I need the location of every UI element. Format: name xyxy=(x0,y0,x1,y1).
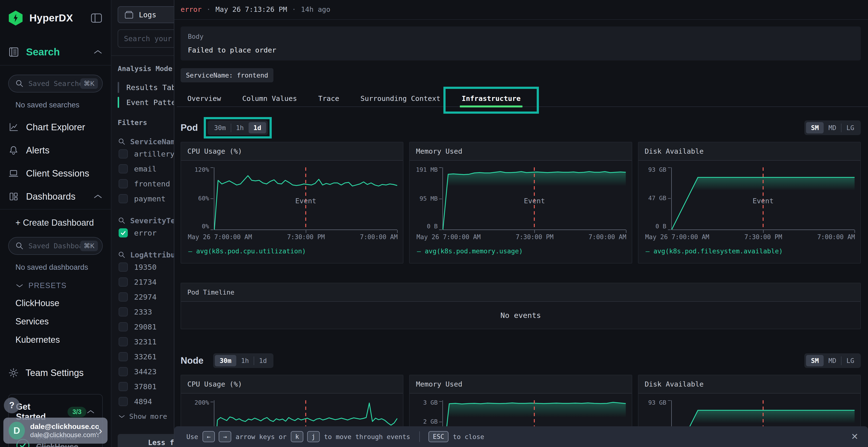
checkbox[interactable] xyxy=(119,397,128,406)
range-30m-button[interactable]: 30m xyxy=(215,355,236,366)
y-axis-label: 191 MB xyxy=(415,166,438,173)
tab-infrastructure[interactable]: Infrastructure xyxy=(451,91,531,106)
legend-swatch: — xyxy=(646,247,650,255)
key-esc: ESC xyxy=(429,431,448,442)
saved-searches-input[interactable] xyxy=(28,79,80,88)
checkbox[interactable] xyxy=(119,179,128,188)
y-axis-label: 93 GB xyxy=(644,166,666,173)
y-axis-label: 0 B xyxy=(415,223,438,230)
tab-label: Surrounding Context xyxy=(361,94,440,103)
size-md-button[interactable]: MD xyxy=(824,122,841,133)
size-sm-button[interactable]: SM xyxy=(806,355,824,366)
get-started-progress-badge: 3/3 xyxy=(67,407,86,417)
size-sm-button[interactable]: SM xyxy=(806,122,824,133)
collapse-sidebar-button[interactable] xyxy=(90,13,103,23)
event-body-card: Body Failed to place order xyxy=(181,27,861,61)
user-email: dale@clickhouse.com xyxy=(30,422,99,431)
event-header: error · May 26 7:13:26 PM · 14h ago xyxy=(174,5,868,20)
tab-surrounding-context[interactable]: Surrounding Context xyxy=(350,91,451,106)
no-saved-searches-text: No saved searches xyxy=(16,101,103,109)
checkbox[interactable] xyxy=(119,293,128,302)
size-lg-button[interactable]: LG xyxy=(841,355,859,366)
node-section-header: Node 30m 1h 1d SM MD LG xyxy=(181,353,861,368)
key-arrow-left: ← xyxy=(203,431,215,442)
hint-text: to move through events xyxy=(324,433,410,441)
tab-overview[interactable]: Overview xyxy=(177,91,232,106)
show-more-label: Show more xyxy=(129,412,167,420)
filter-option-label: 21734 xyxy=(134,278,156,286)
node-time-range-control: 30m 1h 1d xyxy=(213,353,273,368)
search-icon xyxy=(15,241,24,250)
checkbox-checked[interactable] xyxy=(119,228,128,238)
preset-services[interactable]: Services xyxy=(16,316,103,326)
presets-toggle[interactable]: PRESETS xyxy=(16,281,103,290)
x-axis-label: 7:30:00 PM xyxy=(287,233,325,241)
range-1h-button[interactable]: 1h xyxy=(236,355,254,366)
create-dashboard-button[interactable]: + Create Dashboard xyxy=(16,218,103,228)
user-menu[interactable]: D dale@clickhouse.com dale@clickhouse.co… xyxy=(3,418,107,444)
x-axis-tick xyxy=(626,230,626,233)
sidebar-item-alerts[interactable]: Alerts xyxy=(8,145,103,156)
active-tab-underline xyxy=(460,105,523,107)
saved-searches-search[interactable]: ⌘K xyxy=(8,75,103,93)
chevron-up-icon xyxy=(93,49,103,55)
y-axis-tick xyxy=(668,167,671,168)
event-age: 14h ago xyxy=(301,5,330,13)
checkbox[interactable] xyxy=(119,263,128,272)
x-axis-label: May 26 7:00:00 AM xyxy=(645,233,709,241)
checkbox[interactable] xyxy=(119,277,128,286)
preset-clickhouse[interactable]: ClickHouse xyxy=(16,298,103,308)
y-axis-tick xyxy=(211,199,213,199)
y-axis-tick xyxy=(668,400,671,401)
search-icon[interactable] xyxy=(118,251,126,259)
sidebar-item-label: Search xyxy=(26,46,60,58)
tab-column-values[interactable]: Column Values xyxy=(232,91,308,106)
filter-option-label: 19350 xyxy=(134,263,156,271)
saved-dashboards-input[interactable] xyxy=(28,242,80,250)
service-name-chip[interactable]: ServiceName: frontend xyxy=(181,68,273,82)
chevron-up-icon[interactable] xyxy=(86,409,95,415)
sidebar-item-search[interactable]: Search xyxy=(8,46,103,58)
sidebar-item-chart-explorer[interactable]: Chart Explorer xyxy=(8,122,103,133)
pod-timeline-empty: No events xyxy=(181,302,860,329)
help-button[interactable]: ? xyxy=(4,398,20,413)
search-icon xyxy=(15,79,24,88)
shortcut-badge: ⌘K xyxy=(80,78,98,89)
checkbox[interactable] xyxy=(119,367,128,376)
sidebar-item-client-sessions[interactable]: Client Sessions xyxy=(8,168,103,179)
range-1d-button[interactable]: 1d xyxy=(254,355,272,366)
range-1d-button[interactable]: 1d xyxy=(249,122,266,133)
checkbox[interactable] xyxy=(119,164,128,173)
search-icon[interactable] xyxy=(118,138,126,146)
sidebar-item-team-settings[interactable]: Team Settings xyxy=(8,368,103,378)
sidebar-item-dashboards[interactable]: Dashboards xyxy=(8,191,103,202)
saved-dashboards-search[interactable]: ⌘K xyxy=(8,237,103,255)
preset-kubernetes[interactable]: Kubernetes xyxy=(16,335,103,345)
checkbox[interactable] xyxy=(119,194,128,203)
key-k: k xyxy=(291,431,303,442)
panel-collapse-icon xyxy=(90,13,103,23)
y-axis-tick xyxy=(439,230,442,230)
x-axis-label: May 26 7:00:00 AM xyxy=(416,233,480,241)
close-icon[interactable]: ✕ xyxy=(851,432,858,442)
hint-text: to close xyxy=(453,433,484,441)
range-30m-button[interactable]: 30m xyxy=(209,122,231,133)
tab-trace[interactable]: Trace xyxy=(308,91,350,106)
size-md-button[interactable]: MD xyxy=(824,355,841,366)
checkbox[interactable] xyxy=(119,322,128,332)
search-icon[interactable] xyxy=(118,216,126,225)
x-axis-label: May 26 7:00:00 AM xyxy=(188,233,252,241)
key-arrow-right: → xyxy=(219,431,231,442)
pod-charts-row: CPU Usage (%) 120% 60% 0% Event May 26 7… xyxy=(181,142,861,264)
y-axis-label: 60% xyxy=(187,195,209,202)
range-1h-button[interactable]: 1h xyxy=(231,122,249,133)
filter-option-label: 2333 xyxy=(134,308,152,316)
size-lg-button[interactable]: LG xyxy=(841,122,859,133)
checkbox[interactable] xyxy=(119,307,128,316)
sidebar-item-label: Team Settings xyxy=(26,368,84,378)
filter-option-label: frontend xyxy=(134,179,170,188)
checkbox[interactable] xyxy=(119,352,128,361)
checkbox[interactable] xyxy=(119,382,128,391)
checkbox[interactable] xyxy=(119,149,128,159)
checkbox[interactable] xyxy=(119,337,128,346)
